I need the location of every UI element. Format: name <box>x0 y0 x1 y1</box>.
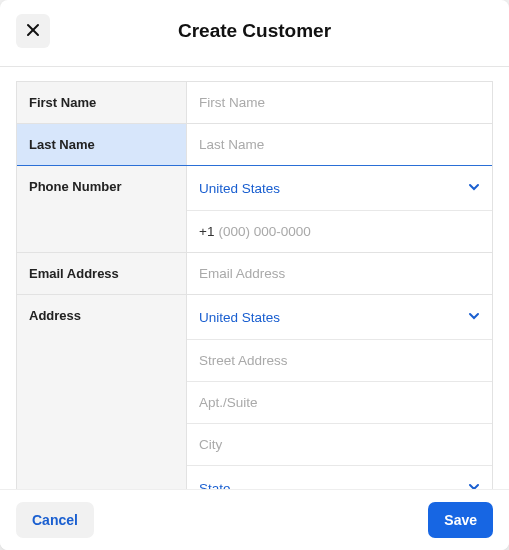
row-first-name: First Name <box>17 82 492 124</box>
label-phone: Phone Number <box>17 166 187 252</box>
save-button[interactable]: Save <box>428 502 493 538</box>
chevron-down-icon <box>468 179 480 197</box>
modal-body: First Name Last Name Phone Number <box>0 67 509 489</box>
label-email: Email Address <box>17 253 187 294</box>
row-address: Address United States <box>17 295 492 489</box>
phone-prefix: +1 <box>199 224 214 239</box>
apt-suite-input[interactable] <box>187 382 492 423</box>
create-customer-modal: Create Customer First Name Last Name <box>0 0 509 550</box>
first-name-input[interactable] <box>187 82 492 123</box>
state-select[interactable]: State <box>187 466 492 489</box>
last-name-input[interactable] <box>187 124 492 165</box>
cancel-button[interactable]: Cancel <box>16 502 94 538</box>
row-email: Email Address <box>17 253 492 295</box>
phone-number-input[interactable] <box>218 224 480 239</box>
address-country-value: United States <box>199 310 280 325</box>
modal-title: Create Customer <box>178 20 331 42</box>
close-icon <box>26 23 40 40</box>
phone-country-select[interactable]: United States <box>187 166 492 211</box>
modal-footer: Cancel Save <box>0 489 509 550</box>
state-value: State <box>199 481 231 490</box>
customer-form: First Name Last Name Phone Number <box>16 81 493 489</box>
chevron-down-icon <box>468 308 480 326</box>
phone-country-value: United States <box>199 181 280 196</box>
email-input[interactable] <box>187 253 492 294</box>
label-address: Address <box>17 295 187 489</box>
address-country-select[interactable]: United States <box>187 295 492 340</box>
modal-header: Create Customer <box>0 0 509 67</box>
chevron-down-icon <box>468 479 480 489</box>
close-button[interactable] <box>16 14 50 48</box>
row-phone: Phone Number United States +1 <box>17 166 492 253</box>
row-last-name: Last Name <box>17 124 492 166</box>
street-address-input[interactable] <box>187 340 492 381</box>
city-input[interactable] <box>187 424 492 465</box>
label-last-name: Last Name <box>17 124 187 165</box>
label-first-name: First Name <box>17 82 187 123</box>
